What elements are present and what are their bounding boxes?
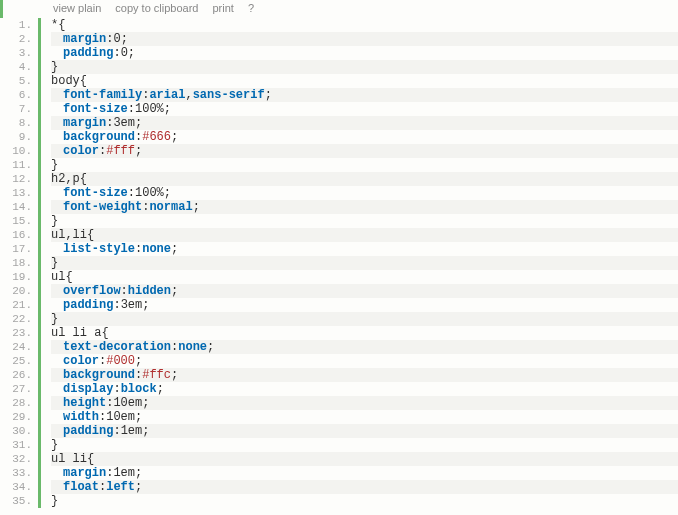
line-number: 4.: [0, 60, 32, 74]
code-line: font-weight:normal;: [51, 200, 678, 214]
token-num-val: 1em: [113, 466, 135, 480]
token-property: margin: [63, 466, 106, 480]
token-num-val: 100%: [135, 186, 164, 200]
token-selector: }: [51, 256, 58, 270]
line-number: 34.: [0, 480, 32, 494]
token-property: background: [63, 368, 135, 382]
token-property: display: [63, 382, 113, 396]
token-keyword: sans-serif: [193, 88, 265, 102]
code-line: body{: [51, 74, 678, 88]
code-line: }: [51, 158, 678, 172]
line-number: 25.: [0, 354, 32, 368]
code-line: padding:1em;: [51, 424, 678, 438]
token-num-val: 3em: [121, 298, 143, 312]
token-selector: ul{: [51, 270, 73, 284]
token-property: font-family: [63, 88, 142, 102]
line-number: 23.: [0, 326, 32, 340]
token-punct: ;: [142, 396, 149, 410]
token-property: padding: [63, 298, 113, 312]
line-number: 3.: [0, 46, 32, 60]
line-number: 12.: [0, 172, 32, 186]
token-punct: :: [128, 186, 135, 200]
token-punct: ;: [193, 200, 200, 214]
line-number: 27.: [0, 382, 32, 396]
code-line: display:block;: [51, 382, 678, 396]
line-number: 29.: [0, 410, 32, 424]
token-property: overflow: [63, 284, 121, 298]
code-line: }: [51, 60, 678, 74]
copy-clipboard-link[interactable]: copy to clipboard: [115, 2, 198, 14]
code-line: color:#fff;: [51, 144, 678, 158]
token-num-val: 0: [113, 32, 120, 46]
code-line: margin:3em;: [51, 116, 678, 130]
code-line: font-size:100%;: [51, 102, 678, 116]
token-property: font-weight: [63, 200, 142, 214]
token-punct: ;: [128, 46, 135, 60]
token-num-val: 3em: [113, 116, 135, 130]
code-line: }: [51, 438, 678, 452]
token-num-val: 0: [121, 46, 128, 60]
token-punct: ;: [171, 242, 178, 256]
line-number: 18.: [0, 256, 32, 270]
code-line: }: [51, 312, 678, 326]
token-punct: ;: [142, 424, 149, 438]
code-line: color:#000;: [51, 354, 678, 368]
code-lines: *{margin:0;padding:0;}body{font-family:a…: [38, 18, 678, 508]
token-punct: ;: [157, 382, 164, 396]
token-punct: ;: [164, 186, 171, 200]
token-punct: ;: [135, 144, 142, 158]
line-number: 13.: [0, 186, 32, 200]
code-line: background:#666;: [51, 130, 678, 144]
line-number: 21.: [0, 298, 32, 312]
line-number: 17.: [0, 242, 32, 256]
token-punct: ;: [135, 354, 142, 368]
code-line: font-size:100%;: [51, 186, 678, 200]
line-number: 35.: [0, 494, 32, 508]
token-selector: }: [51, 494, 58, 508]
token-selector: *{: [51, 18, 65, 32]
line-number: 8.: [0, 116, 32, 130]
token-keyword: normal: [149, 200, 192, 214]
code-line: height:10em;: [51, 396, 678, 410]
code-line: }: [51, 256, 678, 270]
help-link[interactable]: ?: [248, 2, 254, 14]
code-line: width:10em;: [51, 410, 678, 424]
line-number: 26.: [0, 368, 32, 382]
token-value-hex: #ffc: [142, 368, 171, 382]
line-number: 1.: [0, 18, 32, 32]
token-keyword: block: [121, 382, 157, 396]
code-block: 1.2.3.4.5.6.7.8.9.10.11.12.13.14.15.16.1…: [0, 18, 678, 508]
token-selector: ul li{: [51, 452, 94, 466]
token-selector: }: [51, 158, 58, 172]
token-punct: ;: [164, 102, 171, 116]
token-punct: ;: [142, 298, 149, 312]
view-plain-link[interactable]: view plain: [53, 2, 101, 14]
print-link[interactable]: print: [212, 2, 233, 14]
line-number: 22.: [0, 312, 32, 326]
token-property: color: [63, 144, 99, 158]
token-selector: }: [51, 214, 58, 228]
token-property: margin: [63, 32, 106, 46]
token-selector: h2,p{: [51, 172, 87, 186]
code-line: padding:0;: [51, 46, 678, 60]
code-line: font-family:arial,sans-serif;: [51, 88, 678, 102]
token-num-val: 1em: [121, 424, 143, 438]
code-line: ul{: [51, 270, 678, 284]
code-toolbar: view plain copy to clipboard print ?: [0, 0, 678, 18]
line-number-gutter: 1.2.3.4.5.6.7.8.9.10.11.12.13.14.15.16.1…: [0, 18, 38, 508]
token-punct: :: [113, 424, 120, 438]
code-line: h2,p{: [51, 172, 678, 186]
token-punct: :: [121, 284, 128, 298]
token-punct: ;: [265, 88, 272, 102]
code-line: padding:3em;: [51, 298, 678, 312]
line-number: 7.: [0, 102, 32, 116]
token-punct: ;: [207, 340, 214, 354]
token-punct: ;: [171, 284, 178, 298]
token-selector: }: [51, 438, 58, 452]
line-number: 5.: [0, 74, 32, 88]
token-property: font-size: [63, 186, 128, 200]
token-property: text-decoration: [63, 340, 171, 354]
line-number: 30.: [0, 424, 32, 438]
token-punct: :: [113, 382, 120, 396]
token-keyword: none: [142, 242, 171, 256]
